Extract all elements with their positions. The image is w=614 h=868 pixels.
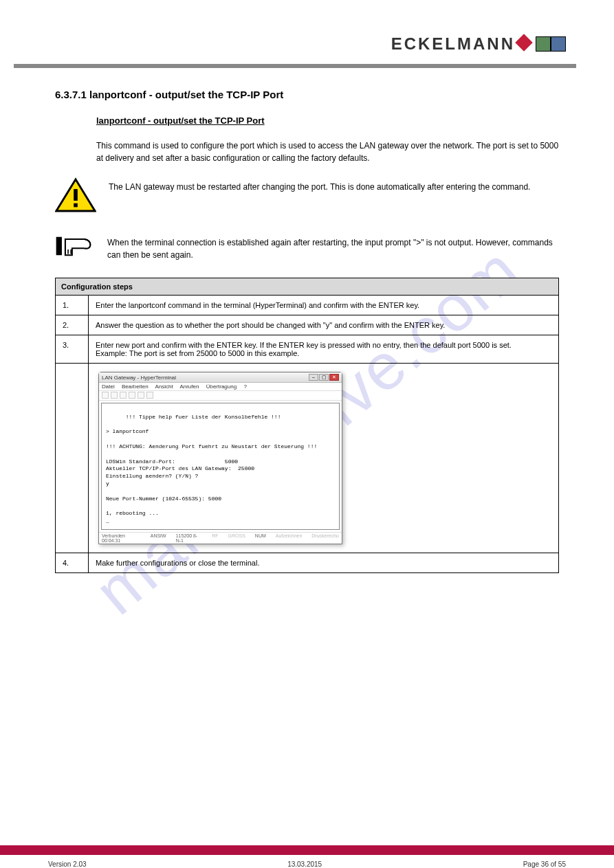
footer: Version 2.03 13.03.2015 Page 36 of 55: [0, 855, 614, 868]
intro-paragraph: This command is used to configure the po…: [96, 140, 559, 164]
tool-icon[interactable]: [138, 392, 144, 399]
terminal-title: LAN Gateway - HyperTerminal: [102, 375, 176, 381]
step-text: Answer the question as to whether the po…: [89, 315, 559, 335]
config-steps-table: Configuration steps 1. Enter the lanport…: [55, 278, 559, 573]
footer-bar: [0, 845, 614, 855]
step-number: 4.: [56, 553, 89, 573]
status-item: RF: [212, 533, 218, 543]
step-text: Enter new port and confirm with the ENTE…: [89, 335, 559, 364]
logo-square-red: [515, 34, 532, 51]
step-number: 3.: [56, 335, 89, 364]
menu-item[interactable]: Bearbeiten: [122, 383, 149, 390]
menu-item[interactable]: ?: [243, 383, 246, 390]
content-area: 6.3.7.1 lanportconf - output/set the TCP…: [0, 68, 614, 587]
footer-page: Page 36 of 55: [523, 860, 566, 868]
menu-item[interactable]: Datei: [102, 383, 115, 390]
logo-square-green: [536, 36, 551, 52]
status-item: Druckerecho: [311, 533, 339, 543]
section-subhead-link: lanportconf - output/set the TCP-IP Port: [96, 115, 559, 126]
logo-square-blue: [551, 36, 566, 52]
svg-rect-1: [74, 189, 78, 201]
logo: ECKELMANN: [391, 34, 566, 54]
table-row: 2. Answer the question as to whether the…: [56, 315, 559, 335]
section-heading: 6.3.7.1 lanportconf - output/set the TCP…: [55, 89, 559, 100]
terminal-titlebar: LAN Gateway - HyperTerminal – ▢ ✕: [99, 372, 342, 383]
step-number: [56, 364, 89, 553]
window-buttons: – ▢ ✕: [309, 374, 339, 381]
status-item: ANSIW: [151, 533, 166, 543]
minimize-button[interactable]: –: [309, 374, 318, 381]
tool-icon[interactable]: [129, 392, 135, 399]
tool-icon[interactable]: [120, 392, 127, 399]
note-text: When the terminal connection is establis…: [107, 232, 559, 261]
table-row: 3. Enter new port and confirm with the E…: [56, 335, 559, 364]
table-row: LAN Gateway - HyperTerminal – ▢ ✕ Datei: [56, 364, 559, 553]
table-row: 1. Enter the lanportconf command in the …: [56, 296, 559, 315]
terminal-body[interactable]: !!! Tippe help fuer Liste der Konsolbefe…: [101, 403, 340, 530]
svg-rect-2: [74, 203, 78, 208]
tool-icon[interactable]: [102, 392, 109, 399]
terminal-cell: LAN Gateway - HyperTerminal – ▢ ✕ Datei: [89, 364, 559, 553]
warning-icon: [55, 177, 96, 217]
maximize-button[interactable]: ▢: [319, 374, 329, 381]
tool-icon[interactable]: [111, 392, 118, 399]
tool-icon[interactable]: [146, 392, 153, 399]
step-text: Make further configurations or close the…: [89, 553, 559, 573]
status-item: GROSS: [228, 533, 245, 543]
step-number: 2.: [56, 315, 89, 335]
page-header: ECKELMANN: [0, 0, 614, 64]
warning-text: The LAN gateway must be restarted after …: [109, 177, 530, 193]
logo-squares: [520, 36, 566, 52]
table-row: 4. Make further configurations or close …: [56, 553, 559, 573]
menu-item[interactable]: Anrufen: [179, 383, 199, 390]
terminal-statusbar: Verbunden 00:04:31 ANSIW 115200 8-N-1 RF…: [99, 532, 342, 544]
terminal-window: LAN Gateway - HyperTerminal – ▢ ✕ Datei: [98, 372, 342, 544]
step-number: 1.: [56, 296, 89, 315]
footer-date: 13.03.2015: [287, 860, 322, 868]
menu-item[interactable]: Übertragung: [206, 383, 237, 390]
footer-version: Version 2.03: [48, 860, 87, 868]
terminal-menu: Datei Bearbeiten Ansicht Anrufen Übertra…: [99, 383, 342, 391]
pointing-hand-icon: [55, 232, 95, 263]
terminal-toolbar: [99, 391, 342, 401]
note-block: When the terminal connection is establis…: [55, 232, 559, 263]
menu-item[interactable]: Ansicht: [155, 383, 173, 390]
step-text: Enter the lanportconf command in the ter…: [89, 296, 559, 315]
status-item: Verbunden 00:04:31: [102, 533, 141, 543]
close-button[interactable]: ✕: [329, 374, 339, 381]
status-item: 115200 8-N-1: [176, 533, 203, 543]
svg-rect-3: [56, 237, 62, 256]
status-item: NUM: [255, 533, 266, 543]
warning-block: The LAN gateway must be restarted after …: [55, 177, 559, 217]
logo-text: ECKELMANN: [391, 34, 515, 54]
status-item: Aufzeichnen: [276, 533, 303, 543]
table-header: Configuration steps: [56, 278, 559, 296]
